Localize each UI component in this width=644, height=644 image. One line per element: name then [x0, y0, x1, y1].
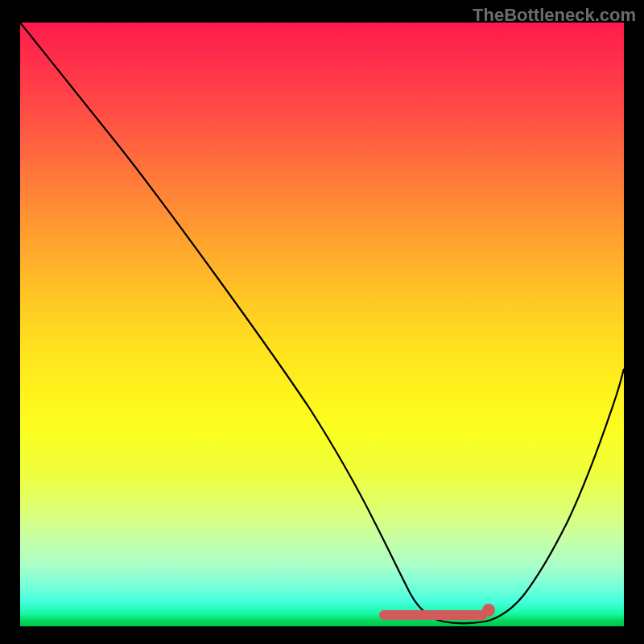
optimal-point-marker: [482, 604, 495, 617]
chart-svg: [20, 23, 624, 626]
watermark-text: TheBottleneck.com: [473, 5, 636, 26]
chart-plot-area: [20, 23, 624, 626]
bottleneck-curve: [20, 23, 624, 623]
